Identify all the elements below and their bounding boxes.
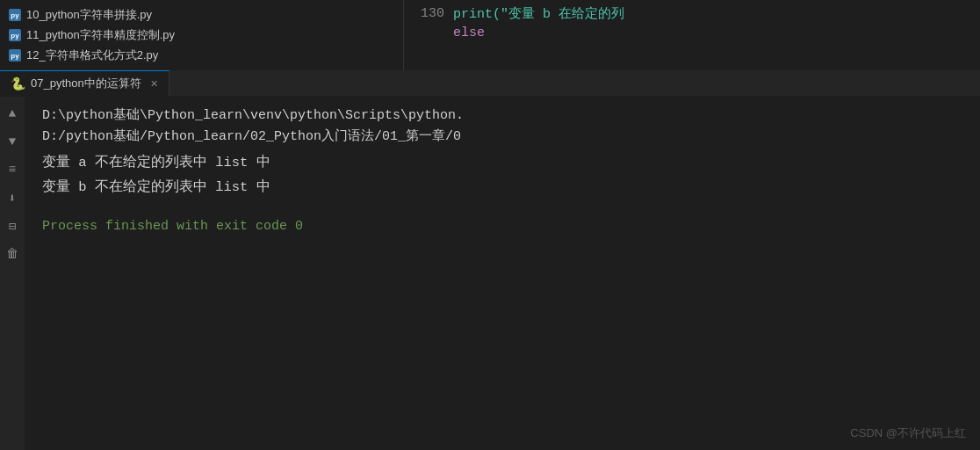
file-item-2[interactable]: py 11_python字符串精度控制.py xyxy=(9,27,394,43)
code-editor: 130 print("变量 b 在给定的列 else xyxy=(404,0,980,70)
sidebar-print-icon[interactable]: ⊟ xyxy=(3,216,22,236)
terminal-content: D:\python基础\Python_learn\venv\python\Scr… xyxy=(25,97,980,450)
file-item-1[interactable]: py 10_python字符串拼接.py xyxy=(9,7,394,23)
terminal-line-1: D:\python基础\Python_learn\venv\python\Scr… xyxy=(42,105,962,127)
tab-label: 07_python中的运算符 xyxy=(31,76,141,91)
tab-item-07[interactable]: 🐍 07_python中的运算符 ✕ xyxy=(0,70,169,96)
terminal-line-2: D:/python基础/Python_learn/02_Python入门语法/0… xyxy=(42,127,962,148)
python-icon-3: py xyxy=(9,49,21,62)
code-line-else: else xyxy=(404,24,980,42)
python-icon-2: py xyxy=(9,29,21,41)
terminal-output-2: 变量 b 不在给定的列表中 list 中 xyxy=(42,176,962,200)
file-label-2: 11_python字符串精度控制.py xyxy=(26,27,175,43)
file-label-3: 12_字符串格式化方式2.py xyxy=(26,47,158,63)
terminal-process: Process finished with exit code 0 xyxy=(42,216,962,237)
code-line-130: 130 print("变量 b 在给定的列 xyxy=(404,4,980,24)
left-sidebar: ▲ ▼ ≡ ⬇ ⊟ 🗑 xyxy=(0,97,25,450)
python-icon-1: py xyxy=(9,9,21,21)
watermark: CSDN @不许代码上红 xyxy=(850,425,966,441)
file-label-1: 10_python字符串拼接.py xyxy=(26,7,152,23)
file-list: py 10_python字符串拼接.py py 11_python字符串精度控制… xyxy=(0,0,404,70)
sidebar-down-icon[interactable]: ▼ xyxy=(3,132,22,151)
terminal: D:\python基础\Python_learn\venv\python\Scr… xyxy=(25,97,980,450)
sidebar-delete-icon[interactable]: 🗑 xyxy=(3,244,22,264)
tab-python-icon: 🐍 xyxy=(11,76,25,91)
file-item-3[interactable]: py 12_字符串格式化方式2.py xyxy=(9,47,394,63)
print-keyword: print("变量 b 在给定的列 xyxy=(453,7,624,22)
code-text: print("变量 b 在给定的列 xyxy=(453,5,624,22)
sidebar-up-icon[interactable]: ▲ xyxy=(3,104,22,123)
sidebar-menu-icon[interactable]: ≡ xyxy=(3,160,22,179)
line-number: 130 xyxy=(418,6,444,21)
sidebar-download-icon[interactable]: ⬇ xyxy=(3,188,22,207)
terminal-output-1: 变量 a 不在给定的列表中 list 中 xyxy=(42,151,962,176)
tab-bar: 🐍 07_python中的运算符 ✕ xyxy=(0,70,980,97)
tab-close-icon[interactable]: ✕ xyxy=(150,78,158,90)
